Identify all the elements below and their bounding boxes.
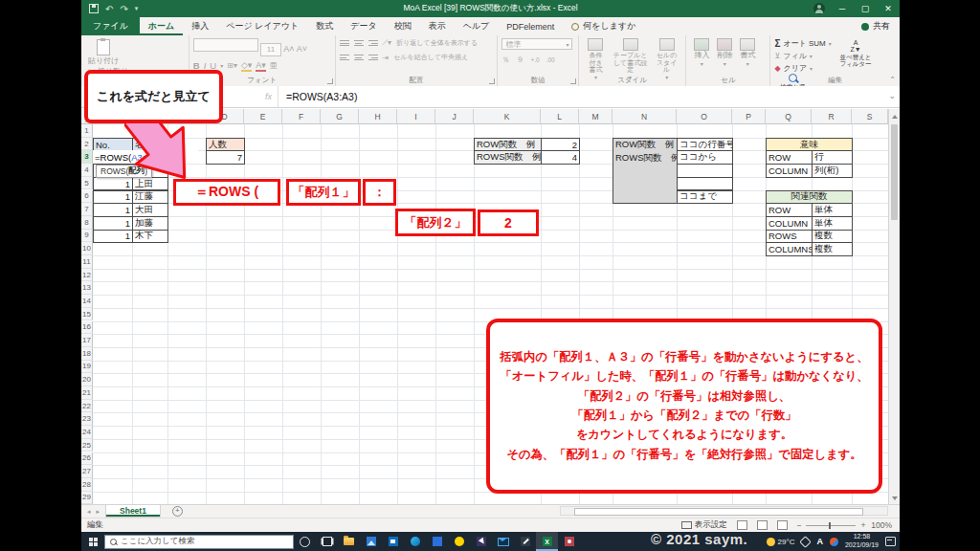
taskbar-icon-blue-app[interactable] [426, 532, 448, 551]
taskbar-icon-task-view[interactable] [316, 532, 338, 551]
share-button[interactable]: 共有 [852, 17, 900, 35]
sort-filter-button[interactable]: AZ▼並べ替えとフィルター [834, 39, 878, 67]
phonetic-icon[interactable]: 亜 [270, 60, 278, 71]
cell-D3[interactable]: 7 [206, 150, 245, 165]
cell-R4[interactable]: 列(桁) [812, 164, 853, 178]
row-header-4[interactable]: 4 [81, 164, 93, 177]
row-header-14[interactable]: 14 [81, 295, 93, 308]
ribbon-tab-ヘルプ[interactable]: ヘルプ [455, 17, 499, 35]
row-header-1[interactable]: 1 [81, 124, 93, 138]
column-header-H[interactable]: H [359, 109, 397, 124]
align-bottom-icon[interactable] [368, 39, 378, 48]
column-header-M[interactable]: M [579, 109, 612, 124]
row-header-17[interactable]: 17 [81, 334, 93, 347]
normal-view-icon[interactable] [737, 520, 747, 530]
format-cells-button[interactable]: 書式▾ [736, 38, 759, 67]
display-settings-button[interactable]: 表示設定 [681, 519, 727, 531]
account-avatar[interactable] [813, 3, 825, 14]
row-header-6[interactable]: 6 [81, 190, 93, 204]
italic-button[interactable]: I [204, 60, 207, 71]
paste-button[interactable]: 貼り付け [85, 38, 122, 66]
cell-R3[interactable]: 行 [812, 150, 853, 165]
column-header-P[interactable]: P [732, 109, 766, 124]
ribbon-tab-ファイル[interactable]: ファイル [81, 17, 140, 35]
scroll-down-icon[interactable] [892, 496, 898, 500]
cell-O3[interactable]: ココから [677, 150, 733, 165]
cell-A8[interactable]: 1 [93, 216, 133, 231]
redo-icon[interactable]: ↷ [120, 4, 127, 14]
number-format-dropdown[interactable]: 標準▾ [501, 38, 572, 50]
undo-icon[interactable]: ↶ [105, 4, 113, 14]
row-header-8[interactable]: 8 [81, 216, 93, 230]
shrink-font-icon[interactable]: A˅ [297, 44, 307, 54]
new-sheet-button[interactable]: + [172, 506, 183, 517]
qat-dropdown-icon[interactable]: ▾ [135, 5, 139, 12]
currency-icon[interactable]: ％ [501, 55, 509, 65]
cell-Q10[interactable]: COLUMNS [766, 242, 813, 256]
column-header-L[interactable]: L [541, 109, 579, 124]
row-header-9[interactable]: 9 [81, 230, 93, 243]
row-header-18[interactable]: 18 [81, 347, 93, 361]
page-layout-view-icon[interactable] [757, 520, 768, 530]
sheet-nav-arrows[interactable]: ◂▸ [81, 505, 105, 518]
collapse-ribbon-icon[interactable]: ⌃ [889, 76, 896, 84]
grow-font-icon[interactable]: A˄ [283, 44, 294, 54]
next-sheet-icon[interactable]: ▸ [97, 508, 100, 516]
font-name-dropdown[interactable] [193, 38, 258, 52]
column-header-I[interactable]: I [397, 109, 435, 124]
cell-O5[interactable] [677, 177, 733, 191]
cell-N3[interactable]: ROWS関数 例 [613, 151, 677, 165]
weather-widget[interactable]: 29°C [767, 538, 795, 546]
cell-O2[interactable]: ココの行番号 [677, 138, 733, 152]
cell-D2[interactable]: 人数 [206, 138, 245, 152]
taskbar-icon-yellow-app[interactable] [448, 532, 470, 551]
ribbon-tab-表示[interactable]: 表示 [420, 17, 455, 35]
cell-R7[interactable]: 単体 [812, 203, 853, 217]
row-header-5[interactable]: 5 [81, 177, 93, 190]
taskbar-icon-edge[interactable] [404, 532, 426, 551]
row-header-24[interactable]: 24 [81, 426, 93, 439]
font-color-icon[interactable]: A▾ [256, 60, 266, 70]
wrap-text-button[interactable]: 折り返して全体を表示する [396, 38, 478, 48]
taskbar-icon-photos[interactable] [360, 532, 382, 551]
row-header-3[interactable]: 3 [81, 150, 93, 164]
scroll-up-icon[interactable] [892, 115, 898, 119]
cell-R9[interactable]: 複数 [812, 230, 853, 244]
increase-decimal-icon[interactable]: +.0 [530, 56, 539, 63]
zoom-slider-thumb[interactable] [829, 522, 831, 529]
column-header-R[interactable]: R [812, 109, 852, 124]
cell-O4[interactable] [677, 164, 733, 178]
align-middle-icon[interactable] [354, 39, 364, 48]
cell-L2[interactable]: 2 [541, 138, 580, 152]
row-header-22[interactable]: 22 [81, 400, 93, 413]
column-header-K[interactable]: K [474, 109, 541, 124]
row-header-7[interactable]: 7 [81, 203, 93, 216]
align-center-icon[interactable] [354, 54, 364, 62]
column-header-Q[interactable]: Q [766, 109, 812, 124]
row-header-28[interactable]: 28 [81, 478, 93, 492]
row-header-26[interactable]: 26 [81, 452, 93, 466]
column-header-F[interactable]: F [282, 109, 321, 124]
taskbar-icon-excel[interactable]: X [536, 532, 558, 551]
taskbar-icon-pen-app[interactable] [514, 532, 536, 551]
row-header-15[interactable]: 15 [81, 308, 93, 321]
column-header-J[interactable]: J [435, 109, 474, 124]
row-header-2[interactable]: 2 [81, 138, 93, 151]
ribbon-tab-挿入[interactable]: 挿入 [183, 17, 217, 35]
vertical-scroll-thumb[interactable] [891, 124, 898, 220]
font-size-dropdown[interactable]: 11 [260, 43, 281, 56]
row-header-12[interactable]: 12 [81, 269, 93, 282]
row-header-29[interactable]: 29 [81, 492, 93, 504]
ribbon-tab-データ[interactable]: データ [342, 17, 385, 35]
taskbar-icon-screen-recorder[interactable] [558, 532, 580, 551]
maximize-button[interactable]: ▢ [854, 0, 877, 17]
tray-color-icon[interactable] [830, 538, 838, 546]
taskbar-icon-file-explorer[interactable] [338, 532, 360, 551]
cell-Q7[interactable]: ROW [766, 203, 813, 217]
horizontal-scrollbar[interactable] [560, 506, 888, 516]
zoom-in-icon[interactable]: ＋ [859, 519, 868, 531]
formula-input[interactable]: =ROWS(A3:A3) [278, 91, 357, 102]
ribbon-tab-PDFelement[interactable]: PDFelement [498, 17, 563, 35]
column-header-E[interactable]: E [244, 109, 282, 124]
column-header-S[interactable]: S [852, 109, 888, 124]
